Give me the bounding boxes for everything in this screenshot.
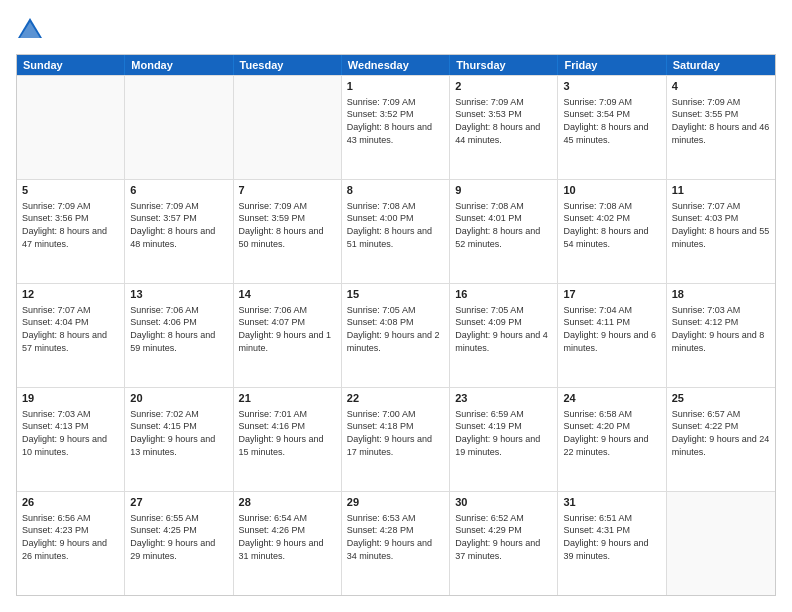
cell-text: Sunrise: 6:59 AM Sunset: 4:19 PM Dayligh…	[455, 408, 552, 458]
day-number: 7	[239, 183, 336, 198]
day-number: 8	[347, 183, 444, 198]
cell-text: Sunrise: 7:00 AM Sunset: 4:18 PM Dayligh…	[347, 408, 444, 458]
calendar-cell: 22Sunrise: 7:00 AM Sunset: 4:18 PM Dayli…	[342, 388, 450, 491]
calendar-cell: 8Sunrise: 7:08 AM Sunset: 4:00 PM Daylig…	[342, 180, 450, 283]
cell-text: Sunrise: 7:03 AM Sunset: 4:12 PM Dayligh…	[672, 304, 770, 354]
day-number: 14	[239, 287, 336, 302]
calendar-cell: 6Sunrise: 7:09 AM Sunset: 3:57 PM Daylig…	[125, 180, 233, 283]
calendar-cell: 2Sunrise: 7:09 AM Sunset: 3:53 PM Daylig…	[450, 76, 558, 179]
calendar-cell	[17, 76, 125, 179]
calendar-cell: 25Sunrise: 6:57 AM Sunset: 4:22 PM Dayli…	[667, 388, 775, 491]
weekday-header: Sunday	[17, 55, 125, 75]
cell-text: Sunrise: 7:09 AM Sunset: 3:53 PM Dayligh…	[455, 96, 552, 146]
calendar-row: 5Sunrise: 7:09 AM Sunset: 3:56 PM Daylig…	[17, 179, 775, 283]
calendar-cell: 4Sunrise: 7:09 AM Sunset: 3:55 PM Daylig…	[667, 76, 775, 179]
calendar-cell: 13Sunrise: 7:06 AM Sunset: 4:06 PM Dayli…	[125, 284, 233, 387]
cell-text: Sunrise: 6:54 AM Sunset: 4:26 PM Dayligh…	[239, 512, 336, 562]
calendar-cell	[667, 492, 775, 595]
calendar-cell: 23Sunrise: 6:59 AM Sunset: 4:19 PM Dayli…	[450, 388, 558, 491]
day-number: 1	[347, 79, 444, 94]
calendar-cell: 28Sunrise: 6:54 AM Sunset: 4:26 PM Dayli…	[234, 492, 342, 595]
day-number: 29	[347, 495, 444, 510]
weekday-header: Monday	[125, 55, 233, 75]
day-number: 24	[563, 391, 660, 406]
calendar-cell: 24Sunrise: 6:58 AM Sunset: 4:20 PM Dayli…	[558, 388, 666, 491]
day-number: 17	[563, 287, 660, 302]
day-number: 31	[563, 495, 660, 510]
calendar-cell: 26Sunrise: 6:56 AM Sunset: 4:23 PM Dayli…	[17, 492, 125, 595]
cell-text: Sunrise: 7:08 AM Sunset: 4:00 PM Dayligh…	[347, 200, 444, 250]
cell-text: Sunrise: 7:07 AM Sunset: 4:03 PM Dayligh…	[672, 200, 770, 250]
day-number: 15	[347, 287, 444, 302]
weekday-header: Saturday	[667, 55, 775, 75]
calendar-header: SundayMondayTuesdayWednesdayThursdayFrid…	[17, 55, 775, 75]
cell-text: Sunrise: 7:06 AM Sunset: 4:07 PM Dayligh…	[239, 304, 336, 354]
calendar-cell: 20Sunrise: 7:02 AM Sunset: 4:15 PM Dayli…	[125, 388, 233, 491]
cell-text: Sunrise: 7:05 AM Sunset: 4:09 PM Dayligh…	[455, 304, 552, 354]
day-number: 28	[239, 495, 336, 510]
cell-text: Sunrise: 6:56 AM Sunset: 4:23 PM Dayligh…	[22, 512, 119, 562]
calendar-cell: 29Sunrise: 6:53 AM Sunset: 4:28 PM Dayli…	[342, 492, 450, 595]
calendar-cell: 21Sunrise: 7:01 AM Sunset: 4:16 PM Dayli…	[234, 388, 342, 491]
cell-text: Sunrise: 6:51 AM Sunset: 4:31 PM Dayligh…	[563, 512, 660, 562]
cell-text: Sunrise: 7:06 AM Sunset: 4:06 PM Dayligh…	[130, 304, 227, 354]
cell-text: Sunrise: 7:01 AM Sunset: 4:16 PM Dayligh…	[239, 408, 336, 458]
weekday-header: Friday	[558, 55, 666, 75]
cell-text: Sunrise: 7:08 AM Sunset: 4:01 PM Dayligh…	[455, 200, 552, 250]
calendar-row: 19Sunrise: 7:03 AM Sunset: 4:13 PM Dayli…	[17, 387, 775, 491]
day-number: 27	[130, 495, 227, 510]
day-number: 12	[22, 287, 119, 302]
calendar-cell: 16Sunrise: 7:05 AM Sunset: 4:09 PM Dayli…	[450, 284, 558, 387]
header	[16, 16, 776, 44]
cell-text: Sunrise: 6:53 AM Sunset: 4:28 PM Dayligh…	[347, 512, 444, 562]
cell-text: Sunrise: 7:09 AM Sunset: 3:57 PM Dayligh…	[130, 200, 227, 250]
day-number: 26	[22, 495, 119, 510]
calendar-cell: 10Sunrise: 7:08 AM Sunset: 4:02 PM Dayli…	[558, 180, 666, 283]
weekday-header: Thursday	[450, 55, 558, 75]
calendar-cell: 15Sunrise: 7:05 AM Sunset: 4:08 PM Dayli…	[342, 284, 450, 387]
day-number: 3	[563, 79, 660, 94]
calendar: SundayMondayTuesdayWednesdayThursdayFrid…	[16, 54, 776, 596]
cell-text: Sunrise: 7:03 AM Sunset: 4:13 PM Dayligh…	[22, 408, 119, 458]
logo	[16, 16, 48, 44]
calendar-cell: 30Sunrise: 6:52 AM Sunset: 4:29 PM Dayli…	[450, 492, 558, 595]
day-number: 20	[130, 391, 227, 406]
day-number: 25	[672, 391, 770, 406]
day-number: 10	[563, 183, 660, 198]
cell-text: Sunrise: 6:52 AM Sunset: 4:29 PM Dayligh…	[455, 512, 552, 562]
weekday-header: Wednesday	[342, 55, 450, 75]
day-number: 9	[455, 183, 552, 198]
calendar-cell: 31Sunrise: 6:51 AM Sunset: 4:31 PM Dayli…	[558, 492, 666, 595]
calendar-page: SundayMondayTuesdayWednesdayThursdayFrid…	[0, 0, 792, 612]
cell-text: Sunrise: 6:55 AM Sunset: 4:25 PM Dayligh…	[130, 512, 227, 562]
calendar-cell: 5Sunrise: 7:09 AM Sunset: 3:56 PM Daylig…	[17, 180, 125, 283]
day-number: 4	[672, 79, 770, 94]
day-number: 22	[347, 391, 444, 406]
cell-text: Sunrise: 6:58 AM Sunset: 4:20 PM Dayligh…	[563, 408, 660, 458]
day-number: 6	[130, 183, 227, 198]
calendar-cell: 11Sunrise: 7:07 AM Sunset: 4:03 PM Dayli…	[667, 180, 775, 283]
calendar-cell: 1Sunrise: 7:09 AM Sunset: 3:52 PM Daylig…	[342, 76, 450, 179]
cell-text: Sunrise: 7:09 AM Sunset: 3:59 PM Dayligh…	[239, 200, 336, 250]
calendar-row: 12Sunrise: 7:07 AM Sunset: 4:04 PM Dayli…	[17, 283, 775, 387]
calendar-cell: 18Sunrise: 7:03 AM Sunset: 4:12 PM Dayli…	[667, 284, 775, 387]
calendar-cell: 9Sunrise: 7:08 AM Sunset: 4:01 PM Daylig…	[450, 180, 558, 283]
day-number: 30	[455, 495, 552, 510]
calendar-cell: 14Sunrise: 7:06 AM Sunset: 4:07 PM Dayli…	[234, 284, 342, 387]
cell-text: Sunrise: 7:07 AM Sunset: 4:04 PM Dayligh…	[22, 304, 119, 354]
day-number: 21	[239, 391, 336, 406]
cell-text: Sunrise: 7:09 AM Sunset: 3:52 PM Dayligh…	[347, 96, 444, 146]
calendar-row: 1Sunrise: 7:09 AM Sunset: 3:52 PM Daylig…	[17, 75, 775, 179]
cell-text: Sunrise: 6:57 AM Sunset: 4:22 PM Dayligh…	[672, 408, 770, 458]
calendar-cell	[234, 76, 342, 179]
day-number: 5	[22, 183, 119, 198]
day-number: 16	[455, 287, 552, 302]
weekday-header: Tuesday	[234, 55, 342, 75]
calendar-cell: 3Sunrise: 7:09 AM Sunset: 3:54 PM Daylig…	[558, 76, 666, 179]
calendar-cell: 19Sunrise: 7:03 AM Sunset: 4:13 PM Dayli…	[17, 388, 125, 491]
day-number: 2	[455, 79, 552, 94]
logo-icon	[16, 16, 44, 44]
cell-text: Sunrise: 7:09 AM Sunset: 3:54 PM Dayligh…	[563, 96, 660, 146]
calendar-cell: 12Sunrise: 7:07 AM Sunset: 4:04 PM Dayli…	[17, 284, 125, 387]
calendar-cell	[125, 76, 233, 179]
